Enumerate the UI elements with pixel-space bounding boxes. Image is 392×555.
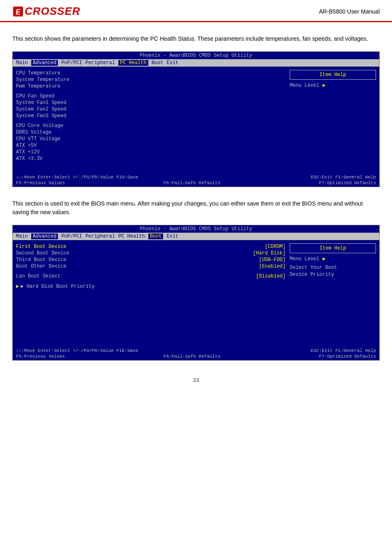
bios1-footer-f5: F5:Previous Values bbox=[16, 180, 65, 185]
section1-description: This section shows the parameters in det… bbox=[12, 35, 380, 43]
bios2-menu-advanced[interactable]: Advanced bbox=[31, 234, 58, 239]
bios1-item-cpu-temp: CPU Temperature bbox=[16, 70, 286, 76]
bios2-footer-esc: ESC:Exit F1:General Help bbox=[311, 348, 376, 353]
bios1-item-pwm-temp: Pwm Temperature bbox=[16, 83, 286, 90]
bios2-menu-exit[interactable]: Exit bbox=[166, 234, 178, 239]
bios2-menu-pchealth[interactable]: PC Health bbox=[118, 234, 145, 239]
bios1-body: CPU Temperature System Temperature Pwm T… bbox=[13, 67, 379, 173]
bios2-item-first-boot[interactable]: First Boot Device [CDROM] bbox=[16, 243, 286, 250]
bios2-item-lan-boot[interactable]: Lan Boot Select [Disabled] bbox=[16, 273, 286, 280]
section2-description: This section is used to exit the BIOS ma… bbox=[12, 199, 380, 217]
bios1-footer-esc: ESC:Exit F1:General Help bbox=[311, 175, 376, 180]
bios1-menu-exit[interactable]: Exit bbox=[166, 60, 178, 66]
bios1-item-sys-temp: System Temperature bbox=[16, 76, 286, 83]
bios2-select-label: Select Your Boot bbox=[290, 264, 376, 271]
svg-text:E: E bbox=[16, 8, 21, 16]
bios1-item-sys-fan2: System Fan2 Speed bbox=[16, 106, 286, 113]
bios2-menubar: Main Advanced PnP/PCI Peripheral PC Heal… bbox=[13, 233, 379, 240]
bios2-device-priority: Device Priority bbox=[290, 271, 376, 278]
bios1-menu-level-arrow: ▶ bbox=[323, 82, 325, 88]
bios2-footer-row1: ↕↔:Move Enter:Select +/-/PU/PD:Value F10… bbox=[16, 348, 376, 353]
bios1-item-ddr3-v: DDR3 Voltage bbox=[16, 129, 286, 136]
bios-box-2: Phoenix - AwardBIOS CMOS Setup Utility M… bbox=[12, 225, 380, 361]
bios2-body: First Boot Device [CDROM] Second Boot De… bbox=[13, 240, 379, 347]
bios1-item-cpu-fan: CPU Fan Speed bbox=[16, 93, 286, 99]
manual-title: AR-B5800 User Manual bbox=[319, 8, 380, 15]
bios1-footer-f7: F7:Optimized Defaults bbox=[319, 180, 376, 185]
bios2-item-third-boot[interactable]: Third Boot Device [USB-FDD] bbox=[16, 257, 286, 263]
bios2-item-hard-disk[interactable]: ▶ ▶ Hard Disk Boot Priority bbox=[16, 283, 286, 290]
bios1-footer-f6: F6:Fail-Safe Defaults bbox=[164, 180, 221, 185]
bios1-title: Phoenix - AwardBIOS CMOS Setup Utility bbox=[13, 52, 379, 59]
bios1-menu-advanced[interactable]: Advanced bbox=[31, 60, 58, 66]
page-header: E CROSSER AR-B5800 User Manual bbox=[0, 0, 392, 22]
bios2-menu-level-label: Menu Level bbox=[290, 256, 319, 262]
bios1-item-cpu-core-v: CPU Core Voltage bbox=[16, 123, 286, 129]
page-number: 23 bbox=[12, 373, 380, 387]
bios1-item-sys-fan3: System Fan3 Speed bbox=[16, 113, 286, 119]
bios1-menu-peripheral[interactable]: Peripheral bbox=[85, 60, 115, 66]
logo-icon: E bbox=[12, 6, 24, 17]
bios1-item-atx5v: ATX +5V bbox=[16, 142, 286, 149]
bios2-footer-f6: F6:Fail-Safe Defaults bbox=[164, 354, 221, 359]
bios2-footer-f7: F7:Optimized Defaults bbox=[319, 354, 376, 359]
bios2-footer-row2: F5:Previous Values F6:Fail-Safe Defaults… bbox=[16, 354, 376, 359]
bios1-item-sys-fan1: System Fan1 Speed bbox=[16, 99, 286, 106]
bios1-footer-row1: ↕↔:Move Enter:Select +/-/PU/PD:Value F10… bbox=[16, 175, 376, 180]
bios2-footer-nav: ↕↔:Move Enter:Select +/-/PU/PD:Value F10… bbox=[16, 348, 138, 353]
bios1-footer: ↕↔:Move Enter:Select +/-/PU/PD:Value F10… bbox=[13, 173, 379, 187]
bios1-left-panel: CPU Temperature System Temperature Pwm T… bbox=[16, 70, 286, 170]
bios2-menu-pnppci[interactable]: PnP/PCI bbox=[61, 234, 82, 239]
bios2-footer-f5: F5:Previous Values bbox=[16, 354, 65, 359]
bios2-menu-level: Menu Level ▶ bbox=[290, 256, 376, 262]
bios1-footer-nav: ↕↔:Move Enter:Select +/-/PU/PD:Value F10… bbox=[16, 175, 138, 180]
bios1-menu-level: Menu Level ▶ bbox=[290, 82, 376, 88]
bios2-menu-boot[interactable]: Boot bbox=[148, 234, 164, 239]
logo: E CROSSER bbox=[12, 5, 81, 18]
bios2-item-boot-other[interactable]: Boot Other Device [Enabled] bbox=[16, 263, 286, 270]
bios-box-1: Phoenix - AwardBIOS CMOS Setup Utility M… bbox=[12, 51, 380, 187]
bios1-menu-main[interactable]: Main bbox=[16, 60, 28, 66]
bios1-menu-boot[interactable]: Boot bbox=[152, 60, 164, 66]
bios1-right-panel: Item Help Menu Level ▶ bbox=[286, 70, 376, 170]
bios2-title: Phoenix - AwardBIOS CMOS Setup Utility bbox=[13, 225, 379, 233]
bios2-menu-main[interactable]: Main bbox=[16, 234, 28, 239]
bios1-menu-pnppci[interactable]: PnP/PCI bbox=[61, 60, 82, 66]
bios2-item-second-boot[interactable]: Second Boot Device [Hard Disk] bbox=[16, 250, 286, 257]
bios1-menu-level-label: Menu Level bbox=[290, 83, 319, 88]
logo-text: CROSSER bbox=[25, 5, 81, 18]
bios2-menu-peripheral[interactable]: Peripheral bbox=[85, 234, 115, 239]
bios2-left-panel: First Boot Device [CDROM] Second Boot De… bbox=[16, 243, 286, 344]
bios1-item-help: Item Help bbox=[290, 70, 376, 80]
bios1-menu-pchealth[interactable]: PC Health bbox=[118, 60, 148, 66]
bios1-menubar: Main Advanced PnP/PCI Peripheral PC Heal… bbox=[13, 59, 379, 67]
bios2-select-boot: Select Your Boot Device Priority bbox=[290, 264, 376, 278]
bios2-right-panel: Item Help Menu Level ▶ Select Your Boot … bbox=[286, 243, 376, 344]
bios1-item-cpu-vtt: CPU VTT Voltage bbox=[16, 136, 286, 142]
bios2-footer: ↕↔:Move Enter:Select +/-/PU/PD:Value F10… bbox=[13, 347, 379, 360]
bios2-item-help: Item Help bbox=[290, 243, 376, 253]
bios2-menu-level-arrow: ▶ bbox=[323, 256, 325, 262]
bios1-item-atx33v: ATX +3.3V bbox=[16, 155, 286, 162]
bios1-item-atx12v: ATX +12V bbox=[16, 149, 286, 155]
page-content: This section shows the parameters in det… bbox=[0, 22, 392, 395]
bios1-footer-row2: F5:Previous Values F6:Fail-Safe Defaults… bbox=[16, 180, 376, 185]
